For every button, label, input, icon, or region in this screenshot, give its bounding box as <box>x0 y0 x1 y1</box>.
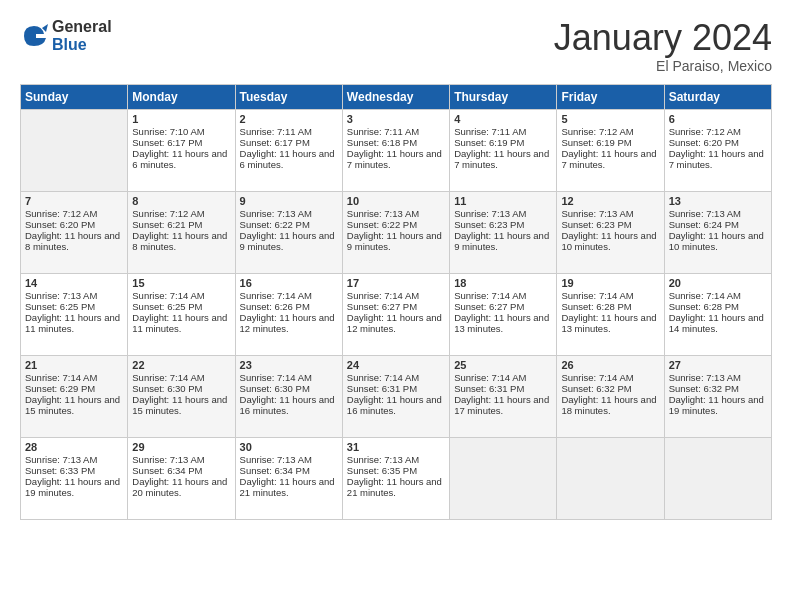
day-number: 13 <box>669 195 767 207</box>
sunset-label: Sunset: 6:31 PM <box>347 383 417 394</box>
table-row: 28Sunrise: 7:13 AMSunset: 6:33 PMDayligh… <box>21 437 128 519</box>
location-subtitle: El Paraiso, Mexico <box>554 58 772 74</box>
daylight-label: Daylight: 11 hours and 7 minutes. <box>347 148 442 170</box>
day-number: 25 <box>454 359 552 371</box>
sunrise-label: Sunrise: 7:10 AM <box>132 126 204 137</box>
daylight-label: Daylight: 11 hours and 17 minutes. <box>454 394 549 416</box>
sunrise-label: Sunrise: 7:11 AM <box>347 126 419 137</box>
col-monday: Monday <box>128 84 235 109</box>
sunrise-label: Sunrise: 7:13 AM <box>25 454 97 465</box>
table-row: 11Sunrise: 7:13 AMSunset: 6:23 PMDayligh… <box>450 191 557 273</box>
title-block: January 2024 El Paraiso, Mexico <box>554 18 772 74</box>
daylight-label: Daylight: 11 hours and 19 minutes. <box>25 476 120 498</box>
day-number: 1 <box>132 113 230 125</box>
sunrise-label: Sunrise: 7:12 AM <box>561 126 633 137</box>
table-row: 19Sunrise: 7:14 AMSunset: 6:28 PMDayligh… <box>557 273 664 355</box>
table-row <box>557 437 664 519</box>
day-number: 5 <box>561 113 659 125</box>
calendar-week-row: 28Sunrise: 7:13 AMSunset: 6:33 PMDayligh… <box>21 437 772 519</box>
table-row <box>450 437 557 519</box>
daylight-label: Daylight: 11 hours and 21 minutes. <box>240 476 335 498</box>
day-number: 8 <box>132 195 230 207</box>
calendar-week-row: 14Sunrise: 7:13 AMSunset: 6:25 PMDayligh… <box>21 273 772 355</box>
sunset-label: Sunset: 6:19 PM <box>454 137 524 148</box>
daylight-label: Daylight: 11 hours and 13 minutes. <box>454 312 549 334</box>
sunset-label: Sunset: 6:34 PM <box>132 465 202 476</box>
daylight-label: Daylight: 11 hours and 12 minutes. <box>240 312 335 334</box>
table-row: 15Sunrise: 7:14 AMSunset: 6:25 PMDayligh… <box>128 273 235 355</box>
daylight-label: Daylight: 11 hours and 11 minutes. <box>132 312 227 334</box>
daylight-label: Daylight: 11 hours and 8 minutes. <box>25 230 120 252</box>
day-number: 26 <box>561 359 659 371</box>
table-row: 31Sunrise: 7:13 AMSunset: 6:35 PMDayligh… <box>342 437 449 519</box>
table-row: 7Sunrise: 7:12 AMSunset: 6:20 PMDaylight… <box>21 191 128 273</box>
sunset-label: Sunset: 6:23 PM <box>454 219 524 230</box>
calendar-table: Sunday Monday Tuesday Wednesday Thursday… <box>20 84 772 520</box>
sunset-label: Sunset: 6:28 PM <box>561 301 631 312</box>
table-row: 30Sunrise: 7:13 AMSunset: 6:34 PMDayligh… <box>235 437 342 519</box>
table-row: 18Sunrise: 7:14 AMSunset: 6:27 PMDayligh… <box>450 273 557 355</box>
sunrise-label: Sunrise: 7:12 AM <box>669 126 741 137</box>
day-number: 12 <box>561 195 659 207</box>
sunrise-label: Sunrise: 7:14 AM <box>347 372 419 383</box>
day-number: 27 <box>669 359 767 371</box>
daylight-label: Daylight: 11 hours and 11 minutes. <box>25 312 120 334</box>
day-number: 21 <box>25 359 123 371</box>
table-row: 26Sunrise: 7:14 AMSunset: 6:32 PMDayligh… <box>557 355 664 437</box>
sunrise-label: Sunrise: 7:13 AM <box>240 454 312 465</box>
daylight-label: Daylight: 11 hours and 7 minutes. <box>454 148 549 170</box>
day-number: 31 <box>347 441 445 453</box>
day-number: 3 <box>347 113 445 125</box>
logo-icon <box>20 22 48 50</box>
sunset-label: Sunset: 6:31 PM <box>454 383 524 394</box>
table-row: 21Sunrise: 7:14 AMSunset: 6:29 PMDayligh… <box>21 355 128 437</box>
sunrise-label: Sunrise: 7:13 AM <box>347 208 419 219</box>
sunset-label: Sunset: 6:18 PM <box>347 137 417 148</box>
sunrise-label: Sunrise: 7:13 AM <box>132 454 204 465</box>
sunrise-label: Sunrise: 7:14 AM <box>561 290 633 301</box>
daylight-label: Daylight: 11 hours and 10 minutes. <box>561 230 656 252</box>
table-row: 29Sunrise: 7:13 AMSunset: 6:34 PMDayligh… <box>128 437 235 519</box>
sunset-label: Sunset: 6:17 PM <box>132 137 202 148</box>
daylight-label: Daylight: 11 hours and 16 minutes. <box>347 394 442 416</box>
sunrise-label: Sunrise: 7:14 AM <box>669 290 741 301</box>
daylight-label: Daylight: 11 hours and 12 minutes. <box>347 312 442 334</box>
table-row: 12Sunrise: 7:13 AMSunset: 6:23 PMDayligh… <box>557 191 664 273</box>
day-number: 23 <box>240 359 338 371</box>
sunset-label: Sunset: 6:22 PM <box>240 219 310 230</box>
daylight-label: Daylight: 11 hours and 20 minutes. <box>132 476 227 498</box>
sunset-label: Sunset: 6:25 PM <box>25 301 95 312</box>
day-number: 6 <box>669 113 767 125</box>
calendar-week-row: 21Sunrise: 7:14 AMSunset: 6:29 PMDayligh… <box>21 355 772 437</box>
sunrise-label: Sunrise: 7:13 AM <box>347 454 419 465</box>
header: General Blue January 2024 El Paraiso, Me… <box>20 18 772 74</box>
sunrise-label: Sunrise: 7:13 AM <box>669 372 741 383</box>
calendar-week-row: 1Sunrise: 7:10 AMSunset: 6:17 PMDaylight… <box>21 109 772 191</box>
sunset-label: Sunset: 6:22 PM <box>347 219 417 230</box>
sunrise-label: Sunrise: 7:14 AM <box>454 290 526 301</box>
table-row: 1Sunrise: 7:10 AMSunset: 6:17 PMDaylight… <box>128 109 235 191</box>
sunrise-label: Sunrise: 7:12 AM <box>25 208 97 219</box>
day-number: 14 <box>25 277 123 289</box>
sunrise-label: Sunrise: 7:11 AM <box>240 126 312 137</box>
sunset-label: Sunset: 6:30 PM <box>132 383 202 394</box>
sunset-label: Sunset: 6:21 PM <box>132 219 202 230</box>
sunset-label: Sunset: 6:20 PM <box>25 219 95 230</box>
table-row: 4Sunrise: 7:11 AMSunset: 6:19 PMDaylight… <box>450 109 557 191</box>
sunrise-label: Sunrise: 7:12 AM <box>132 208 204 219</box>
daylight-label: Daylight: 11 hours and 13 minutes. <box>561 312 656 334</box>
day-number: 11 <box>454 195 552 207</box>
sunset-label: Sunset: 6:29 PM <box>25 383 95 394</box>
sunset-label: Sunset: 6:20 PM <box>669 137 739 148</box>
sunset-label: Sunset: 6:35 PM <box>347 465 417 476</box>
sunrise-label: Sunrise: 7:14 AM <box>25 372 97 383</box>
daylight-label: Daylight: 11 hours and 7 minutes. <box>561 148 656 170</box>
day-number: 24 <box>347 359 445 371</box>
daylight-label: Daylight: 11 hours and 10 minutes. <box>669 230 764 252</box>
sunrise-label: Sunrise: 7:14 AM <box>561 372 633 383</box>
daylight-label: Daylight: 11 hours and 9 minutes. <box>240 230 335 252</box>
table-row: 14Sunrise: 7:13 AMSunset: 6:25 PMDayligh… <box>21 273 128 355</box>
logo-general-text: General <box>52 18 112 36</box>
day-number: 4 <box>454 113 552 125</box>
daylight-label: Daylight: 11 hours and 18 minutes. <box>561 394 656 416</box>
